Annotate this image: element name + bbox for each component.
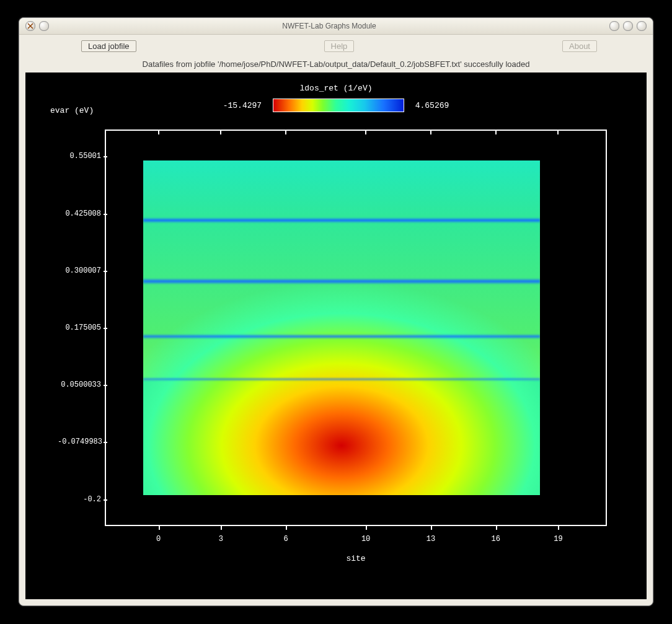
status-text: Datafiles from jobfile '/home/jose/PhD/N…	[19, 57, 653, 73]
x-tick: 19	[539, 535, 577, 543]
x-tick-mark	[495, 131, 497, 134]
help-button[interactable]: Help	[324, 40, 355, 52]
y-tick: 0.55001	[58, 152, 101, 160]
titlebar: NWFET-Lab Graphs Module	[19, 18, 653, 35]
colorbar-max-label: 4.65269	[415, 101, 449, 110]
x-tick: 6	[267, 535, 304, 543]
y-tick: 0.0500033	[58, 380, 101, 389]
colorbar: -15.4297 4.65269	[25, 99, 647, 112]
about-button[interactable]: About	[562, 40, 597, 52]
toolbar: Load jobfile Help About	[19, 35, 653, 57]
x-tick: 16	[477, 535, 515, 543]
x-tick: 0	[140, 535, 177, 543]
app-window: NWFET-Lab Graphs Module Load jobfile Hel…	[19, 17, 653, 606]
x-axis-label: site	[106, 554, 606, 563]
x-tick-mark	[220, 131, 221, 134]
maximize-icon[interactable]	[623, 21, 633, 31]
colorbar-title: ldos_ret (1/eV)	[25, 84, 647, 93]
y-tick: 0.175005	[58, 323, 101, 332]
heatmap	[143, 160, 540, 495]
app-menu-icon[interactable]	[25, 21, 35, 31]
x-tick: 3	[202, 535, 239, 543]
close-icon[interactable]	[637, 21, 647, 31]
window-control-icon[interactable]	[39, 21, 49, 31]
y-tick: -0.0749983	[58, 437, 101, 446]
load-jobfile-button[interactable]: Load jobfile	[81, 40, 136, 52]
y-tick: 0.425008	[58, 209, 101, 218]
colorbar-gradient	[273, 99, 404, 112]
colorbar-min-label: -15.4297	[223, 101, 262, 110]
plot-area: ldos_ret (1/eV) -15.4297 4.65269 evar (e…	[25, 73, 647, 599]
x-tick: 10	[347, 535, 384, 543]
x-tick-mark	[365, 131, 366, 134]
x-tick-mark	[285, 131, 286, 134]
y-tick: -0.2	[58, 495, 101, 504]
y-axis-label: evar (eV)	[50, 106, 94, 115]
window-title: NWFET-Lab Graphs Module	[49, 22, 609, 30]
x-tick-mark	[430, 131, 431, 134]
x-tick-mark	[557, 131, 559, 134]
minimize-icon[interactable]	[609, 21, 619, 31]
axes-frame: 0.55001 0.425008 0.300007 0.175005 0.050…	[105, 130, 607, 526]
y-tick: 0.300007	[58, 266, 101, 275]
x-tick: 13	[412, 535, 449, 543]
x-tick-mark	[158, 131, 159, 134]
